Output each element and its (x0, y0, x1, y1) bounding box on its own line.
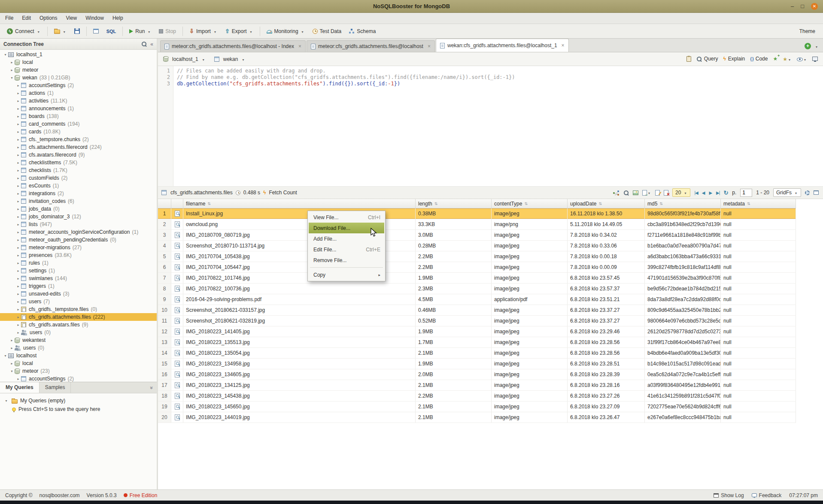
new-editor-button[interactable] (90, 27, 102, 36)
breadcrumb-database[interactable]: localhost_1 (172, 56, 198, 62)
column-header-md5[interactable]: md5⇅ (645, 199, 721, 208)
file-preview-icon[interactable] (175, 350, 180, 356)
expander-icon[interactable]: ▸ (15, 207, 21, 211)
table-row[interactable]: 92016-04-29-solving-problems.pdf4.5MBapp… (158, 294, 796, 305)
table-row[interactable]: 7IMG_20170822_101746.jpg1.9MBimage/jpeg6… (158, 273, 796, 284)
tree-item[interactable]: ▸cfs_gridfs.avatars.files(9) (0, 321, 157, 329)
tree-item[interactable]: ▸meteor_oauth_pendingCredentials(0) (0, 236, 157, 244)
save-button[interactable] (71, 26, 83, 36)
search-icon[interactable] (141, 41, 147, 47)
expander-icon[interactable]: ▸ (15, 122, 21, 126)
expander-icon[interactable]: ▸ (15, 199, 21, 203)
tab-list-icon[interactable] (814, 43, 819, 49)
file-preview-icon[interactable] (175, 382, 180, 388)
connect-button[interactable]: Connect (3, 26, 44, 36)
document-tab[interactable]: meteor:cfs_gridfs.attachments.files@loca… (160, 40, 306, 52)
tree-item[interactable]: ▸cfs._tempstore.chunks(2) (0, 136, 157, 143)
file-preview-icon[interactable] (175, 254, 180, 260)
file-preview-icon[interactable] (175, 264, 180, 270)
site-link[interactable]: nosqlbooster.com (39, 492, 80, 498)
table-row[interactable]: 1Install_Linux.jpg0.38MBimage/jpeg16.11.… (158, 208, 796, 219)
tree-item[interactable]: ▾meteor(23) (0, 367, 157, 375)
expander-icon[interactable]: ▸ (15, 130, 21, 134)
table-row[interactable]: 17IMG_20180223_134125.jpg2.1MBimage/jpeg… (158, 380, 796, 391)
next-page-button[interactable] (709, 190, 712, 195)
edit-document-icon[interactable] (655, 190, 660, 196)
context-menu-item[interactable]: Edit File...Ctrl+E (309, 244, 384, 255)
menu-file[interactable]: File (1, 13, 18, 24)
fetch-count-button[interactable]: Fetch Count (269, 190, 297, 196)
chevron-down-icon[interactable] (201, 56, 206, 62)
tree-item[interactable]: ▸accountSettings(2) (0, 375, 157, 382)
tree-item[interactable]: ▸swimlanes(144) (0, 275, 157, 282)
tree-item[interactable]: ▸users(0) (0, 344, 157, 352)
tree-item[interactable]: ▸cfs_gridfs.attachments.files(222) (0, 313, 157, 321)
paste-icon[interactable] (686, 56, 691, 62)
tree-item[interactable]: ▸users(0) (0, 329, 157, 336)
table-row[interactable]: 4Screenshot_20180710-113714.jpg0.28MBima… (158, 241, 796, 251)
column-header-length[interactable]: length⇅ (416, 199, 492, 208)
aggregate-icon[interactable] (613, 190, 620, 196)
maximize-panel-icon[interactable] (814, 190, 819, 195)
expander-icon[interactable]: ▸ (15, 223, 21, 226)
tree-item[interactable]: ▸esCounts(1) (0, 182, 157, 190)
view-mode-select[interactable]: GridFs (773, 188, 801, 197)
tree-item[interactable]: ▸triggers(1) (0, 282, 157, 290)
search-results-icon[interactable] (623, 190, 629, 196)
expander-icon[interactable]: ▸ (9, 68, 15, 72)
expander-icon[interactable]: ▸ (15, 277, 21, 281)
tree-item[interactable]: ▸meteor (0, 66, 157, 74)
expander-icon[interactable]: ▸ (15, 377, 21, 381)
new-tab-button[interactable] (805, 43, 811, 49)
test-data-button[interactable]: Test Data (309, 26, 345, 36)
tree-item[interactable]: ▸announcements(1) (0, 105, 157, 112)
tree-item[interactable]: ▸rules(1) (0, 259, 157, 267)
menu-view[interactable]: View (61, 13, 81, 24)
file-preview-icon[interactable] (175, 404, 180, 410)
file-preview-icon[interactable] (175, 243, 180, 249)
collapse-sidebar-icon[interactable] (150, 41, 153, 47)
previous-page-button[interactable] (702, 190, 705, 195)
page-size-select[interactable]: 20 (672, 188, 690, 197)
expander-icon[interactable]: ▸ (15, 161, 21, 165)
my-queries-root[interactable]: ▾ My Queries (empty) (3, 396, 153, 405)
file-preview-icon[interactable] (175, 211, 180, 217)
tree-item[interactable]: ▾localhost (0, 352, 157, 359)
expander-icon[interactable]: ▾ (3, 399, 9, 403)
file-preview-icon[interactable] (175, 371, 180, 377)
tree-item[interactable]: ▸customFields(2) (0, 174, 157, 182)
tree-item[interactable]: ▸cards(10.8K) (0, 128, 157, 136)
stop-button[interactable]: Stop (155, 26, 179, 36)
column-header-contentType[interactable]: contentType⇅ (492, 199, 568, 208)
table-row[interactable]: 11Screenshot_20180621-032819.jpg0.52MBim… (158, 316, 796, 326)
file-preview-icon[interactable] (175, 393, 180, 399)
table-row[interactable]: 18IMG_20180223_145438.jpg2.2MBimage/jpeg… (158, 391, 796, 401)
close-icon[interactable]: × (428, 43, 431, 49)
tree-item[interactable]: ▸meteor_accounts_loginServiceConfigurati… (0, 228, 157, 236)
column-header-metadata[interactable]: metadata⇅ (721, 199, 796, 208)
sql-button[interactable]: SQL (103, 27, 120, 36)
file-preview-icon[interactable] (175, 221, 180, 227)
tree-item[interactable]: ▸lists(947) (0, 220, 157, 228)
export-button[interactable]: Export (222, 26, 257, 36)
tree-item[interactable]: ▸actions(1) (0, 89, 157, 97)
show-log-button[interactable]: Show Log (714, 492, 744, 498)
query-editor[interactable]: 123 // Files can be added easily with dr… (158, 66, 823, 187)
tree-item[interactable]: ▸meteor-migrations(27) (0, 244, 157, 251)
close-icon[interactable]: × (562, 42, 565, 48)
document-tab[interactable]: meteor:cfs_gridfs.attachments.files@loca… (307, 40, 435, 52)
tab-samples[interactable]: Samples (39, 382, 71, 393)
menu-window[interactable]: Window (81, 13, 108, 24)
tree-item[interactable]: ▸local (0, 359, 157, 367)
expander-icon[interactable]: ▸ (9, 346, 15, 350)
file-preview-icon[interactable] (175, 275, 180, 281)
file-preview-icon[interactable] (175, 361, 180, 367)
tree-item[interactable]: ▸settings(1) (0, 267, 157, 275)
favorites-dropdown[interactable] (783, 56, 792, 62)
context-menu-item[interactable]: Copy▸ (309, 269, 384, 280)
watch-dropdown[interactable] (797, 56, 807, 62)
tree-item[interactable]: ▸card_comments(194) (0, 120, 157, 128)
tree-item[interactable]: ▸accountSettings(2) (0, 81, 157, 89)
table-row[interactable]: 8IMG_20170822_100736.jpg2.3MBimage/jpeg6… (158, 284, 796, 294)
maximize-button[interactable]: □ (801, 3, 804, 9)
